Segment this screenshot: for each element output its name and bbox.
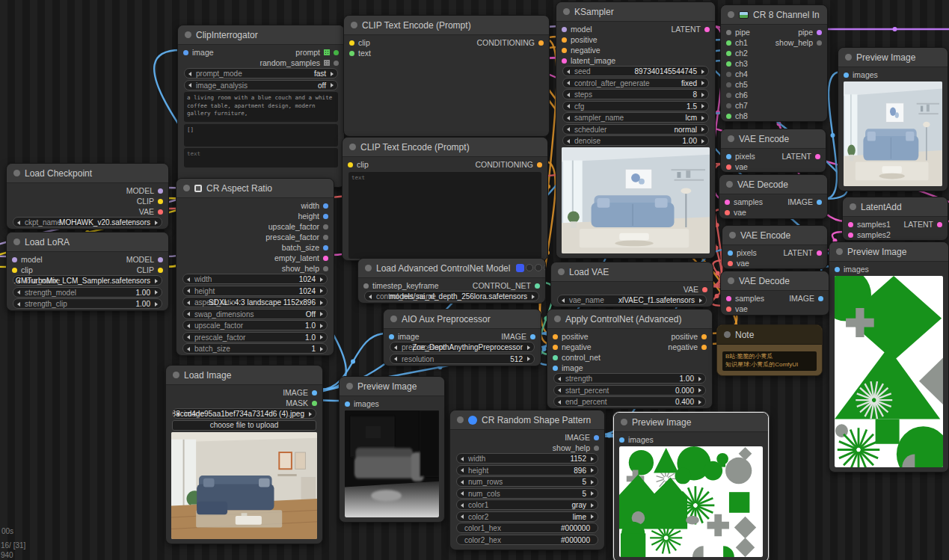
increment-arrow[interactable] bbox=[155, 221, 158, 225]
collapse-dot[interactable] bbox=[183, 185, 190, 191]
input-slot-dot[interactable] bbox=[728, 261, 733, 266]
input-slot-dot[interactable] bbox=[345, 401, 350, 407]
widget-image[interactable]: image3b860f88ccd4de95aa1bef734a7314d6 (4… bbox=[172, 408, 316, 419]
input-slot-dot[interactable] bbox=[562, 58, 567, 64]
collapse-dot[interactable] bbox=[349, 144, 356, 150]
decrement-arrow[interactable] bbox=[461, 468, 464, 473]
decrement-arrow[interactable] bbox=[567, 81, 570, 85]
collapse-dot[interactable] bbox=[554, 316, 561, 322]
increment-arrow[interactable] bbox=[701, 81, 704, 85]
node-apply-controlnet[interactable]: Apply ControlNet (Advanced)positiveposit… bbox=[547, 309, 713, 409]
node-clip-text-encode-1[interactable]: CLIP Text Encode (Prompt)clipCONDITIONIN… bbox=[343, 15, 550, 137]
decrement-arrow[interactable] bbox=[461, 480, 464, 484]
increment-arrow[interactable] bbox=[320, 335, 323, 339]
decrement-arrow[interactable] bbox=[188, 72, 191, 76]
input-slot-dot[interactable] bbox=[726, 307, 731, 312]
node-title-bar[interactable]: CR 8 Channel In bbox=[721, 5, 827, 25]
input-slot-dot[interactable] bbox=[726, 40, 731, 46]
increment-arrow[interactable] bbox=[320, 312, 323, 316]
increment-arrow[interactable] bbox=[320, 347, 323, 351]
widget-image_analysis[interactable]: image_analysisoff bbox=[184, 80, 338, 90]
increment-arrow[interactable] bbox=[591, 457, 594, 461]
node-title-bar[interactable]: KSampler bbox=[556, 2, 715, 22]
increment-arrow[interactable] bbox=[701, 139, 704, 144]
widget-prompt_mode[interactable]: prompt_modefast bbox=[184, 68, 338, 79]
widget-end_percent[interactable]: end_percent0.400 bbox=[553, 396, 706, 407]
collapse-dot[interactable] bbox=[729, 232, 736, 239]
decrement-arrow[interactable] bbox=[17, 290, 20, 295]
node-load-adv-controlnet[interactable]: Load Advanced ControlNet Modeltimestep_k… bbox=[357, 258, 546, 304]
input-slot-dot[interactable] bbox=[562, 48, 567, 53]
node-title-bar[interactable]: Load VAE bbox=[551, 262, 713, 282]
input-slot-dot[interactable] bbox=[726, 296, 731, 301]
input-slot-dot[interactable] bbox=[726, 103, 731, 108]
output-slot-dot[interactable] bbox=[815, 154, 820, 159]
node-vae-decode-2[interactable]: VAE DecodesamplesIMAGEvae bbox=[720, 271, 829, 316]
increment-arrow[interactable] bbox=[591, 491, 594, 496]
output-slot-dot[interactable] bbox=[158, 199, 163, 204]
input-slot-dot[interactable] bbox=[562, 27, 567, 32]
node-title-bar[interactable]: CLIP Text Encode (Prompt) bbox=[344, 16, 549, 35]
node-title-bar[interactable]: Preview Image bbox=[614, 413, 768, 432]
collapse-dot[interactable] bbox=[346, 383, 353, 390]
decrement-arrow[interactable] bbox=[461, 514, 464, 519]
input-slot-dot[interactable] bbox=[725, 200, 730, 205]
widget-ckpt_name[interactable]: ckpt_nameMOHAWK_v20.safetensors bbox=[13, 217, 162, 227]
output-slot-dot[interactable] bbox=[594, 435, 599, 440]
output-slot-dot[interactable] bbox=[312, 390, 317, 396]
widget-denoise[interactable]: denoise1.00 bbox=[562, 135, 709, 146]
input-slot-dot[interactable] bbox=[726, 164, 731, 170]
node-title-bar[interactable]: VAE Decode bbox=[719, 175, 827, 194]
widget-batch_size[interactable]: batch_size1 bbox=[182, 343, 328, 354]
input-slot-dot[interactable] bbox=[562, 37, 567, 43]
output-slot-dot[interactable] bbox=[818, 296, 823, 301]
text-widget[interactable]: [] bbox=[184, 124, 338, 147]
input-slot-dot[interactable] bbox=[12, 268, 17, 273]
output-slot-dot[interactable] bbox=[817, 200, 822, 205]
increment-arrow[interactable] bbox=[331, 83, 334, 87]
increment-arrow[interactable] bbox=[591, 503, 594, 508]
collapse-dot[interactable] bbox=[13, 239, 20, 245]
input-slot-dot[interactable] bbox=[726, 82, 731, 87]
widget-start_percent[interactable]: start_percent0.000 bbox=[553, 385, 706, 396]
decrement-arrow[interactable] bbox=[187, 312, 190, 316]
widget-num_rows[interactable]: num_rows5 bbox=[456, 476, 598, 487]
output-slot-dot[interactable] bbox=[530, 334, 535, 339]
decrement-arrow[interactable] bbox=[461, 491, 464, 496]
node-title-bar[interactable]: Preview Image bbox=[838, 48, 948, 67]
output-slot-dot[interactable] bbox=[538, 40, 544, 46]
output-slot-dot[interactable] bbox=[323, 256, 328, 261]
decrement-arrow[interactable] bbox=[558, 400, 561, 404]
collapse-dot[interactable] bbox=[13, 170, 20, 176]
increment-arrow[interactable] bbox=[701, 93, 704, 97]
input-slot-dot[interactable] bbox=[12, 257, 17, 262]
input-slot-dot[interactable] bbox=[349, 51, 354, 56]
output-slot-dot[interactable] bbox=[817, 250, 822, 256]
node-title-bar[interactable]: LatentAdd bbox=[843, 197, 948, 217]
input-slot-dot[interactable] bbox=[726, 51, 731, 56]
widget-color1[interactable]: color1gray bbox=[456, 499, 598, 510]
increment-arrow[interactable] bbox=[155, 279, 158, 283]
node-title-bar[interactable]: Note bbox=[717, 325, 822, 345]
decrement-arrow[interactable] bbox=[461, 503, 464, 508]
collapse-dot[interactable] bbox=[457, 416, 464, 423]
input-slot-dot[interactable] bbox=[726, 72, 731, 77]
node-load-vae[interactable]: Load VAEVAEvae_namexlVAEC_f1.safetensors bbox=[550, 262, 713, 307]
input-slot-dot[interactable] bbox=[725, 210, 730, 215]
collapse-dot[interactable] bbox=[185, 31, 191, 38]
output-slot-dot[interactable] bbox=[158, 268, 163, 273]
decrement-arrow[interactable] bbox=[187, 347, 190, 351]
increment-arrow[interactable] bbox=[591, 468, 594, 473]
increment-arrow[interactable] bbox=[320, 277, 323, 282]
node-graph-canvas[interactable]: ClipInterrogatorimagepromptrandom_sample… bbox=[0, 0, 949, 560]
increment-arrow[interactable] bbox=[701, 104, 704, 108]
collapse-dot[interactable] bbox=[845, 54, 852, 61]
collapse-dot[interactable] bbox=[351, 22, 357, 28]
node-preview-image-shapes[interactable]: Preview Imageimages bbox=[613, 412, 769, 560]
node-title-bar[interactable]: Load Checkpoint bbox=[7, 164, 168, 183]
widget-swap_dimensions[interactable]: swap_dimensionsOff bbox=[182, 309, 328, 319]
node-preview-image-depth[interactable]: Preview Imageimages bbox=[339, 376, 445, 523]
widget-upscale_factor[interactable]: upscale_factor1.0 bbox=[182, 320, 328, 330]
decrement-arrow[interactable] bbox=[17, 302, 20, 307]
widget-strength[interactable]: strength1.00 bbox=[553, 373, 706, 384]
